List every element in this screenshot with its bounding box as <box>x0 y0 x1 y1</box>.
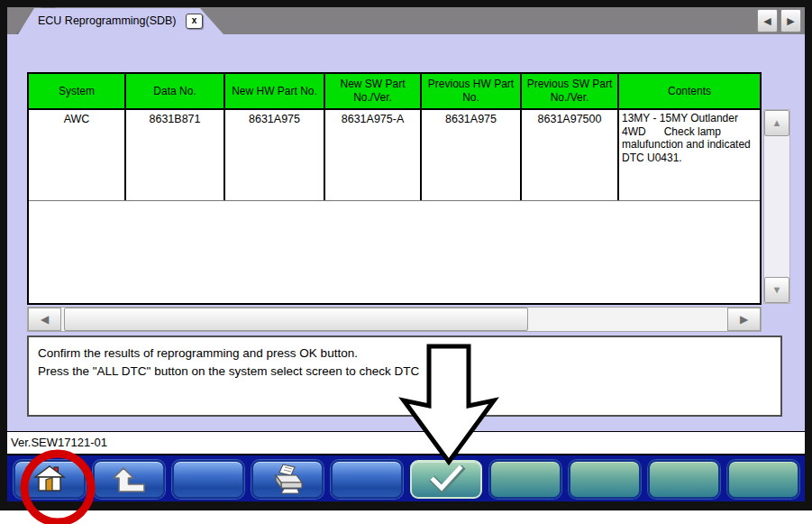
tab-title: ECU Reprogramming(SDB) <box>38 14 177 27</box>
horizontal-scroll-thumb[interactable] <box>64 308 528 331</box>
toolbar-blank-button[interactable] <box>489 460 561 499</box>
back-button[interactable] <box>93 460 165 499</box>
table-cell-contents: 13MY - 15MY Outlander 4WD Check lamp mal… <box>619 110 760 200</box>
toolbar-blank-button[interactable] <box>727 460 799 499</box>
nav-next-button[interactable]: ▶ <box>780 9 801 32</box>
header-cell: Previous SW Part No./Ver. <box>522 74 619 108</box>
scroll-up-button[interactable]: ▲ <box>764 110 789 136</box>
scroll-down-button[interactable]: ▼ <box>764 277 789 303</box>
right-arrow-icon: ▶ <box>740 313 748 326</box>
table-cell-new-sw: 8631A975-A <box>325 110 422 200</box>
back-arrow-icon <box>113 466 146 493</box>
table-cell-prev-sw: 8631A97500 <box>522 110 619 200</box>
instruction-message-box: Confirm the results of reprogramming and… <box>27 336 782 417</box>
printer-icon <box>269 464 306 496</box>
toolbar-blank-button[interactable] <box>648 460 720 499</box>
toolbar-blank-button[interactable] <box>172 460 244 499</box>
header-cell: Previous HW Part No. <box>422 74 522 108</box>
table-cell-prev-hw: 8631A975 <box>422 110 522 200</box>
window-body: ECU Reprogramming(SDB) x ◀ ▶ System Data… <box>7 7 805 501</box>
vertical-scrollbar[interactable]: ▲ ▼ <box>763 109 790 304</box>
check-icon <box>425 465 467 494</box>
header-cell: Contents <box>619 74 760 108</box>
left-arrow-icon: ◀ <box>41 313 49 326</box>
message-line: Confirm the results of reprogramming and… <box>38 345 771 363</box>
toolbar-blank-button[interactable] <box>331 460 403 499</box>
scroll-right-button[interactable]: ▶ <box>727 308 761 331</box>
version-label: Ver.SEW17121-01 <box>11 436 107 449</box>
nav-previous-button[interactable]: ◀ <box>757 9 778 32</box>
header-cell: System <box>29 74 126 108</box>
status-bar: Ver.SEW17121-01 <box>7 431 805 454</box>
home-button[interactable] <box>14 460 86 499</box>
tab-ecu-reprogramming[interactable]: ECU Reprogramming(SDB) x <box>9 8 225 34</box>
header-cell: New SW Part No./Ver. <box>325 74 422 108</box>
table-cell-new-hw: 8631A975 <box>225 110 325 200</box>
screen: ECU Reprogramming(SDB) x ◀ ▶ System Data… <box>0 0 812 524</box>
table-cell-data-no: 8631B871 <box>126 110 225 200</box>
message-line: Press the "ALL DTC" button on the system… <box>38 363 771 381</box>
header-cell: Data No. <box>126 74 225 108</box>
table-row[interactable]: AWC 8631B871 8631A975 8631A975-A 8631A97… <box>29 110 760 201</box>
ok-button[interactable] <box>410 460 482 499</box>
up-arrow-icon: ▲ <box>772 117 782 128</box>
home-icon <box>32 464 67 495</box>
scroll-left-button[interactable]: ◀ <box>28 308 61 331</box>
left-arrow-icon: ◀ <box>763 15 771 26</box>
tab-bar: ECU Reprogramming(SDB) x ◀ ▶ <box>7 7 805 34</box>
right-arrow-icon: ▶ <box>787 15 794 26</box>
print-button[interactable] <box>251 460 324 499</box>
window-frame: ECU Reprogramming(SDB) x ◀ ▶ System Data… <box>0 0 812 510</box>
content-area: System Data No. New HW Part No. New SW P… <box>7 34 805 454</box>
toolbar <box>7 454 805 501</box>
horizontal-scrollbar[interactable]: ◀ ▶ <box>27 307 762 332</box>
table-cell-system: AWC <box>29 110 126 200</box>
down-arrow-icon: ▼ <box>772 284 782 295</box>
table-header-row: System Data No. New HW Part No. New SW P… <box>29 74 760 110</box>
tab-close-button[interactable]: x <box>186 14 203 29</box>
header-cell: New HW Part No. <box>225 74 325 108</box>
reprogramming-results-table: System Data No. New HW Part No. New SW P… <box>27 72 762 305</box>
toolbar-blank-button[interactable] <box>569 460 641 499</box>
